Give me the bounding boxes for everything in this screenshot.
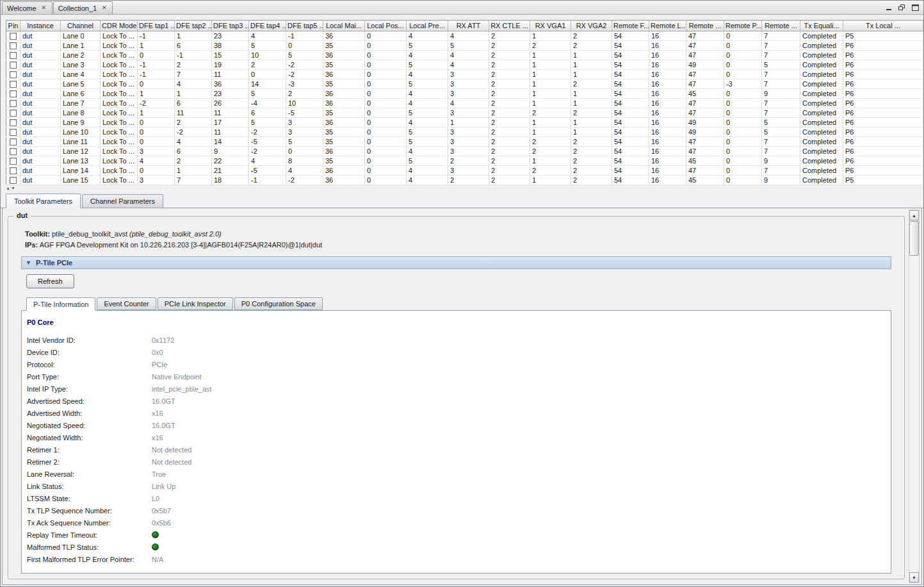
pin-checkbox[interactable]	[10, 167, 17, 174]
tab-p-tile-information[interactable]: P-Tile Information	[26, 297, 95, 311]
column-header-9[interactable]: Local Mai...	[323, 21, 365, 31]
cell: 36	[323, 89, 365, 99]
pin-cell	[6, 176, 20, 185]
restore-icon[interactable]	[897, 3, 907, 12]
cell: Completed	[800, 108, 843, 118]
pin-checkbox[interactable]	[10, 52, 17, 59]
column-header-8[interactable]: DFE tap5 ..	[286, 21, 323, 31]
column-header-7[interactable]: DFE tap4 ..	[249, 21, 286, 31]
scrollbar-track[interactable]	[909, 220, 919, 572]
cell: 3	[448, 79, 489, 89]
editor-tab-welcome[interactable]: Welcome✕	[2, 1, 53, 14]
editor-tab-collection_1[interactable]: Collection_1✕	[53, 1, 113, 14]
table-row[interactable]: dutLane 7Lock To ...-2626-41036044211541…	[6, 99, 923, 108]
collapse-arrow-icon[interactable]: ▼	[26, 260, 31, 266]
pin-checkbox[interactable]	[10, 42, 17, 49]
pin-checkbox[interactable]	[10, 129, 17, 136]
table-row[interactable]: dutLane 3Lock To ...-12192-2350542115416…	[6, 60, 923, 70]
table-row[interactable]: dutLane 14Lock To ...0121-54360432225416…	[6, 166, 923, 176]
cell: -5	[249, 166, 286, 176]
table-row[interactable]: dutLane 4Lock To ...-17110-2360432115416…	[6, 70, 923, 79]
tab-close-icon[interactable]: ✕	[101, 4, 108, 12]
pin-checkbox[interactable]	[10, 177, 17, 184]
column-header-2[interactable]: Channel	[61, 21, 101, 31]
column-header-15[interactable]: RX VGA2	[571, 21, 612, 31]
pin-checkbox[interactable]	[10, 62, 17, 69]
column-header-22[interactable]: Tx Local ...	[843, 21, 923, 31]
pin-checkbox[interactable]	[10, 81, 17, 88]
table-row[interactable]: dutLane 0Lock To ...-11234-1360442125416…	[6, 31, 923, 41]
pin-checkbox[interactable]	[10, 71, 17, 78]
table-row[interactable]: dutLane 5Lock To ...043614-3350532125416…	[6, 79, 923, 89]
cell: 3	[138, 176, 175, 185]
pin-checkbox[interactable]	[10, 148, 17, 155]
table-row[interactable]: dutLane 13Lock To ...4222483505221254164…	[6, 156, 923, 166]
column-header-11[interactable]: Local Pre...	[407, 21, 448, 31]
column-header-19[interactable]: Remote P...	[724, 21, 762, 31]
column-header-21[interactable]: Tx Equali...	[800, 21, 843, 31]
tab-p0-configuration-space[interactable]: P0 Configuration Space	[234, 297, 323, 310]
table-row[interactable]: dutLane 2Lock To ...0-115105360442115416…	[6, 51, 923, 60]
cell: Completed	[800, 156, 843, 166]
column-header-3[interactable]: CDR Mode	[101, 21, 138, 31]
pin-checkbox[interactable]	[10, 110, 17, 117]
cell: Completed	[800, 147, 843, 156]
table-row[interactable]: dutLane 12Lock To ...369-203604322254164…	[6, 147, 923, 156]
cell: Lane 3	[61, 60, 101, 70]
pane-splitter[interactable]: ▲▼	[1, 185, 923, 194]
column-header-12[interactable]: RX ATT	[448, 21, 489, 31]
cell: 0	[724, 70, 762, 79]
pin-checkbox[interactable]	[10, 33, 17, 40]
column-header-18[interactable]: Remote ...	[686, 21, 724, 31]
scroll-up-icon[interactable]: ▲	[909, 210, 919, 220]
table-row[interactable]: dutLane 1Lock To ...16385035055222541647…	[6, 41, 923, 51]
pin-cell	[6, 166, 20, 176]
table-row[interactable]: dutLane 11Lock To ...0414-55350532225416…	[6, 137, 923, 147]
scroll-down-icon[interactable]: ▼	[909, 572, 919, 583]
minimize-icon[interactable]	[884, 3, 893, 12]
cell: 21	[212, 166, 249, 176]
column-header-1[interactable]: Instance	[20, 21, 61, 31]
pin-checkbox[interactable]	[10, 138, 17, 145]
ptile-pcie-section-header[interactable]: ▼ P-Tile PCIe	[21, 256, 891, 269]
table-row[interactable]: dutLane 9Lock To ...02175336041211541649…	[6, 118, 923, 128]
column-header-13[interactable]: RX CTLE ...	[489, 21, 530, 31]
pin-checkbox[interactable]	[10, 119, 17, 126]
column-header-16[interactable]: Remote F...	[612, 21, 649, 31]
cell: 5	[407, 137, 448, 147]
column-header-4[interactable]: DFE tap1 ..	[138, 21, 175, 31]
table-row[interactable]: dutLane 6Lock To ...11235236043211541645…	[6, 89, 923, 99]
tab-toolkit-parameters[interactable]: Toolkit Parameters	[6, 194, 81, 208]
column-header-5[interactable]: DFE tap2 ..	[175, 21, 212, 31]
cell: Completed	[800, 41, 843, 51]
cell: 45	[686, 156, 724, 166]
column-header-17[interactable]: Remote L...	[649, 21, 686, 31]
tab-event-counter[interactable]: Event Counter	[97, 297, 156, 310]
cell: Completed	[800, 176, 843, 185]
splitter-collapse-icons[interactable]: ▲▼	[6, 186, 16, 190]
cell: 8	[286, 156, 323, 166]
table-row[interactable]: dutLane 10Lock To ...0-211-2335053211541…	[6, 128, 923, 137]
tab-close-icon[interactable]: ✕	[40, 4, 47, 12]
field-list: Intel Vendor ID:0x1172Device ID:0x0Proto…	[27, 334, 891, 565]
tab-channel-parameters[interactable]: Channel Parameters	[82, 194, 163, 208]
cell: 16	[649, 166, 686, 176]
column-header-10[interactable]: Local Pos...	[365, 21, 407, 31]
scrollbar-thumb[interactable]	[909, 221, 919, 256]
cell: 47	[686, 108, 724, 118]
table-row[interactable]: dutLane 15Lock To ...3718-1-236042212541…	[6, 176, 923, 185]
table-row[interactable]: dutLane 8Lock To ...111116-5350532225416…	[6, 108, 923, 118]
maximize-icon[interactable]	[911, 3, 920, 12]
column-header-20[interactable]: Remote ...	[762, 21, 800, 31]
column-header-0[interactable]: Pin	[6, 21, 20, 31]
vertical-scrollbar[interactable]: ▲ ▼	[909, 210, 920, 583]
column-header-14[interactable]: RX VGA1	[530, 21, 571, 31]
column-header-6[interactable]: DFE tap3 ..	[212, 21, 249, 31]
tab-pcie-link-inspector[interactable]: PCIe Link Inspector	[158, 297, 233, 310]
pin-checkbox[interactable]	[10, 158, 17, 165]
field-label: Retimer 2:	[27, 458, 152, 466]
pin-checkbox[interactable]	[10, 100, 17, 107]
pin-checkbox[interactable]	[10, 90, 17, 97]
cell: 1	[530, 79, 571, 89]
refresh-button[interactable]: Refresh	[26, 274, 74, 288]
